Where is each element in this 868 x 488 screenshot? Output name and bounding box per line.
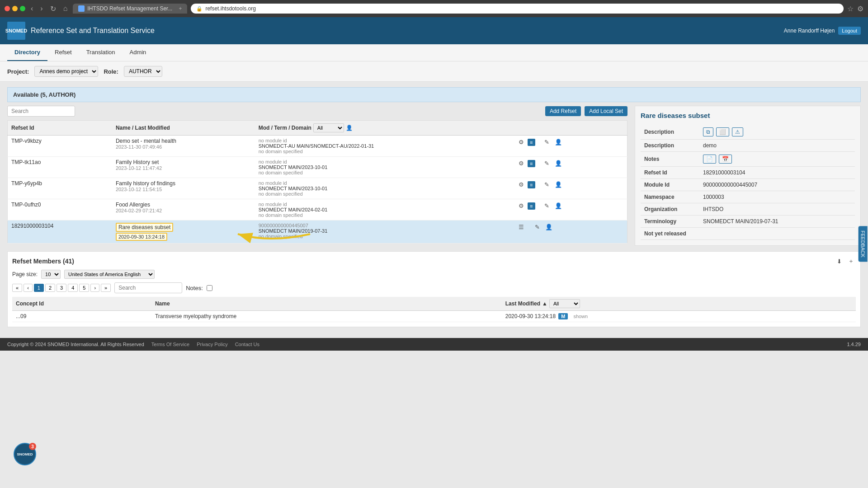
col-last-modified: Last Modified ▲ All Active Inactive xyxy=(502,297,856,311)
browser-tab[interactable]: IHTSDO Refset Management Ser... + xyxy=(73,4,187,14)
add-local-set-button[interactable]: Add Local Set xyxy=(585,106,627,116)
table-row[interactable]: TMP-y6yp4b Family history of findings 20… xyxy=(8,178,627,199)
search-input[interactable] xyxy=(7,106,75,117)
user-name: Anne Randorff Højen xyxy=(784,28,835,34)
detail-value: 900000000000445007 xyxy=(699,179,855,191)
bookmark-icon[interactable]: ☆ xyxy=(847,5,854,13)
table-row[interactable]: TMP-v9kbzy Demo set - mental health 2023… xyxy=(8,136,627,157)
settings-row-icon[interactable]: ⚙ xyxy=(517,159,526,168)
edit-icon[interactable]: ✎ xyxy=(533,223,542,231)
name-cell: Family history of findings 2023-10-12 11… xyxy=(112,178,255,199)
refset-area: Add Refset Add Local Set Refset Id Name … xyxy=(7,106,861,246)
edit-icon[interactable]: ✎ xyxy=(542,138,551,146)
user-row-icon[interactable]: 👤 xyxy=(553,159,564,168)
project-select[interactable]: Annes demo project xyxy=(34,66,98,77)
edit-icon[interactable]: ✎ xyxy=(542,159,551,168)
close-btn[interactable] xyxy=(5,6,10,11)
table-row[interactable]: TMP-tk11ao Family History set 2023-10-12… xyxy=(8,157,627,178)
clone-icon-btn[interactable]: ⬜ xyxy=(716,127,729,136)
role-select[interactable]: AUTHOR xyxy=(124,66,162,77)
back-button[interactable]: ‹ xyxy=(29,5,35,13)
edit-icon[interactable]: ✎ xyxy=(542,180,551,189)
detail-row: Notes 📄 📅 xyxy=(641,152,855,167)
settings-row-icon[interactable]: ⚙ xyxy=(517,138,526,146)
table-row[interactable]: TMP-0ufhz0 Food Allergies 2024-02-29 07:… xyxy=(8,199,627,221)
copy-icon-btn[interactable]: ⧉ xyxy=(703,127,713,136)
sort-icon[interactable]: ▲ xyxy=(542,300,547,307)
page-3-btn[interactable]: 3 xyxy=(57,284,66,292)
page-next-btn[interactable]: › xyxy=(90,284,99,292)
refset-id-cell: 18291000003104 xyxy=(8,221,112,244)
list-icon-btn[interactable]: ≡ xyxy=(528,181,535,188)
minimize-btn[interactable] xyxy=(12,6,18,11)
new-tab-btn[interactable]: + xyxy=(179,5,182,12)
detail-label: Notes xyxy=(641,152,699,167)
maximize-btn[interactable] xyxy=(20,6,25,11)
list-icon-btn[interactable]: ≡ xyxy=(528,139,535,146)
col-name-modified[interactable]: Name / Last Modified xyxy=(112,121,255,136)
tab-directory[interactable]: Directory xyxy=(7,44,47,61)
refset-id-cell: TMP-v9kbzy xyxy=(8,136,112,157)
mod-term-cell: no module id SNOMEDCT MAIN/2024-02-01 no… xyxy=(255,199,513,221)
members-filter-select[interactable]: All Active Inactive xyxy=(549,299,580,308)
home-button[interactable]: ⌂ xyxy=(61,5,70,13)
list-icon-btn[interactable]: ≡ xyxy=(528,202,535,210)
calendar-icon-btn[interactable]: 📅 xyxy=(719,155,732,164)
user-row-icon[interactable]: 👤 xyxy=(543,223,554,231)
settings-row-icon[interactable]: ⚙ xyxy=(517,202,526,210)
detail-actions-value: ⧉ ⬜ ⚠ xyxy=(699,125,855,140)
version-text: 1.4.29 xyxy=(847,342,861,347)
user-row-icon[interactable]: 👤 xyxy=(553,138,564,146)
add-refset-button[interactable]: Add Refset xyxy=(545,106,581,116)
col-name[interactable]: Name xyxy=(151,297,502,311)
filter-select[interactable]: All Active Inactive xyxy=(313,123,344,132)
language-select[interactable]: United States of America English xyxy=(64,270,155,279)
address-bar[interactable]: 🔒 refset.ihtsdotools.org xyxy=(191,4,844,14)
contact-link[interactable]: Contact Us xyxy=(235,342,259,347)
page-size-label: Page size: xyxy=(12,271,38,277)
page-last-btn[interactable]: » xyxy=(101,284,111,292)
notes-checkbox[interactable] xyxy=(207,285,212,291)
privacy-link[interactable]: Privacy Policy xyxy=(197,342,227,347)
page-4-btn[interactable]: 4 xyxy=(68,284,78,292)
settings-row-icon[interactable]: ⚙ xyxy=(517,180,526,189)
logout-button[interactable]: Logout xyxy=(838,27,861,35)
member-row[interactable]: ...09 Transverse myelopathy syndrome 202… xyxy=(12,311,856,322)
page-1-btn[interactable]: 1 xyxy=(34,284,44,292)
page-prev-btn[interactable]: ‹ xyxy=(24,284,33,292)
col-concept-id[interactable]: Concept Id xyxy=(12,297,151,311)
tab-translation[interactable]: Translation xyxy=(79,44,123,61)
edit-icon[interactable]: ✎ xyxy=(542,202,551,210)
col-refset-id[interactable]: Refset Id xyxy=(8,121,112,136)
page-size-select[interactable]: 10 20 50 xyxy=(41,270,61,279)
tab-admin[interactable]: Admin xyxy=(122,44,153,61)
settings-icon[interactable]: ⚙ xyxy=(857,5,863,13)
detail-value: demo xyxy=(699,140,855,152)
page-first-btn[interactable]: « xyxy=(12,284,22,292)
forward-button[interactable]: › xyxy=(38,5,44,13)
note-icon-btn[interactable]: 📄 xyxy=(703,155,716,164)
copyright-text: Copyright © 2024 SNOMED International. A… xyxy=(7,342,144,347)
notes-label: Notes: xyxy=(186,285,203,291)
detail-value: 1000003 xyxy=(699,191,855,203)
user-row-icon[interactable]: 👤 xyxy=(553,180,564,189)
detail-row: Organization IHTSDO xyxy=(641,203,855,216)
members-search-input[interactable] xyxy=(114,282,182,293)
page-2-btn[interactable]: 2 xyxy=(45,284,55,292)
page-5-btn[interactable]: 5 xyxy=(79,284,89,292)
terms-link[interactable]: Terms Of Service xyxy=(151,342,189,347)
detail-row: Terminology SNOMEDCT MAIN/2019-07-31 xyxy=(641,216,855,228)
list-icon-btn[interactable]: ≡ xyxy=(528,160,535,167)
reload-button[interactable]: ↻ xyxy=(48,5,58,13)
table-row-rare-diseases[interactable]: 18291000003104 Rare diseases subset 2020… xyxy=(8,221,627,244)
list-only-icon[interactable]: ☰ xyxy=(517,223,526,231)
user-row-icon[interactable]: 👤 xyxy=(553,202,564,210)
tab-refset[interactable]: Refset xyxy=(47,44,79,61)
detail-row: Module Id 900000000000445007 xyxy=(641,179,855,191)
tab-icon xyxy=(78,5,85,12)
download-icon-btn[interactable]: ⬇ xyxy=(835,256,844,266)
add-member-icon-btn[interactable]: ＋ xyxy=(846,256,856,266)
refset-id-cell: TMP-tk11ao xyxy=(8,157,112,178)
warning-icon-btn[interactable]: ⚠ xyxy=(732,127,743,136)
feedback-tab[interactable]: FEEDBACK xyxy=(858,226,867,262)
